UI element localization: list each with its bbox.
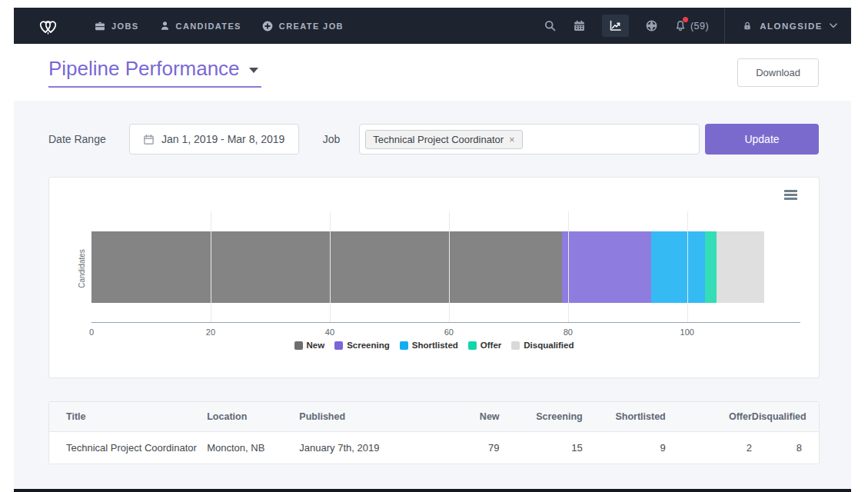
legend-label: Shortlisted (412, 341, 458, 350)
legend-item-new[interactable]: New (294, 341, 325, 350)
cell-disqualified: 8 (752, 432, 819, 464)
chart-menu-icon[interactable] (784, 190, 797, 201)
nav-item-create-job[interactable]: CREATE JOB (261, 20, 344, 32)
column-header-title: Title (49, 402, 207, 432)
notification-dot (683, 17, 688, 22)
legend-item-disqualified[interactable]: Disqualified (511, 341, 574, 350)
bar-segment-disqualified[interactable] (717, 231, 764, 303)
column-header-new: New (430, 402, 499, 432)
legend-label: Screening (347, 341, 390, 350)
analytics-chart-icon[interactable] (602, 15, 629, 37)
notifications[interactable]: (59) (674, 19, 709, 32)
job-tag: Technical Project Coordinator × (365, 130, 522, 149)
legend-item-offer[interactable]: Offer (468, 341, 501, 350)
stacked-bar (91, 231, 800, 303)
update-button[interactable]: Update (705, 124, 819, 155)
column-header-offer: Offer (666, 402, 752, 432)
nav-left: JOBS CANDIDATES CREATE JOB (34, 14, 344, 38)
chart-legend: NewScreeningShortlistedOfferDisqualified (49, 341, 819, 350)
x-tick-label: 0 (89, 327, 94, 337)
bar-segment-new[interactable] (91, 231, 562, 303)
job-tag-label: Technical Project Coordinator (373, 134, 504, 145)
x-tick-label: 100 (680, 327, 694, 337)
x-tick-label: 20 (206, 327, 215, 337)
date-range-input[interactable]: Jan 1, 2019 - Mar 8, 2019 (129, 124, 299, 155)
alongside-logo-icon[interactable] (34, 14, 63, 38)
remove-tag-icon[interactable]: × (509, 135, 515, 145)
cell-location: Moncton, NB (207, 432, 299, 464)
lock-icon (742, 20, 753, 32)
bar-segment-screening[interactable] (562, 231, 651, 303)
job-label: Job (323, 133, 341, 145)
top-navbar: JOBS CANDIDATES CREATE JOB (14, 8, 851, 44)
legend-label: New (307, 341, 325, 350)
nav-item-label: CREATE JOB (279, 22, 344, 31)
gridline-100 (687, 211, 688, 322)
chart-card: Candidates 020406080100 NewScreeningShor… (48, 177, 820, 378)
job-select-input[interactable]: Technical Project Coordinator × (359, 124, 700, 155)
date-range-value: Jan 1, 2019 - Mar 8, 2019 (161, 133, 284, 145)
window-bottom-edge (14, 489, 851, 492)
gridline-60 (449, 211, 450, 322)
gridline-80 (568, 211, 569, 322)
cell-shortlisted: 9 (583, 432, 666, 464)
legend-label: Offer (481, 341, 501, 350)
account-label: ALONGSIDE (760, 22, 823, 31)
x-tick-label: 60 (444, 327, 454, 337)
filters-bar: Date Range Jan 1, 2019 - Mar 8, 2019 Job… (48, 124, 819, 155)
legend-swatch (334, 341, 343, 350)
date-range-label: Date Range (48, 133, 106, 145)
caret-down-icon (249, 68, 258, 73)
column-header-published: Published (299, 402, 430, 432)
chevron-down-icon (830, 23, 837, 28)
results-table: TitleLocationPublishedNewScreeningShortl… (48, 401, 820, 464)
download-button[interactable]: Download (737, 58, 819, 87)
x-tick-label: 80 (564, 327, 573, 337)
calendar-icon[interactable] (573, 19, 586, 32)
nav-right: (59) ALONGSIDE (544, 8, 837, 44)
legend-swatch (511, 341, 520, 350)
globe-icon[interactable] (645, 19, 658, 32)
nav-item-candidates[interactable]: CANDIDATES (159, 20, 241, 32)
column-header-disqualified: Disqualified (752, 402, 819, 432)
legend-swatch (294, 341, 303, 350)
plus-circle-icon (261, 20, 274, 32)
nav-item-jobs[interactable]: JOBS (94, 20, 139, 32)
legend-label: Disqualified (524, 341, 574, 350)
column-header-shortlisted: Shortlisted (583, 402, 666, 432)
calendar-icon (143, 134, 155, 145)
bar-segment-offer[interactable] (705, 231, 717, 303)
legend-swatch (468, 341, 477, 350)
user-icon (159, 20, 171, 32)
legend-swatch (400, 341, 408, 350)
nav-item-label: JOBS (111, 22, 139, 31)
bell-icon (674, 19, 687, 32)
gridline-20 (211, 211, 211, 322)
page-header: Pipeline Performance Download (14, 44, 851, 101)
briefcase-icon (94, 20, 106, 32)
notification-count: (59) (690, 21, 709, 32)
bar-segment-shortlisted[interactable] (651, 231, 705, 303)
page-content: Date Range Jan 1, 2019 - Mar 8, 2019 Job… (14, 101, 851, 489)
nav-item-label: CANDIDATES (176, 22, 241, 31)
x-tick-label: 40 (325, 327, 334, 337)
column-header-location: Location (207, 402, 299, 432)
account-menu[interactable]: ALONGSIDE (724, 8, 837, 44)
cell-title: Technical Project Coordinator (49, 432, 207, 464)
page-title: Pipeline Performance (48, 57, 240, 81)
search-icon[interactable] (544, 19, 557, 32)
cell-new: 79 (430, 432, 499, 464)
table-row[interactable]: Technical Project CoordinatorMoncton, NB… (49, 432, 819, 464)
cell-screening: 15 (500, 432, 583, 464)
report-selector[interactable]: Pipeline Performance (48, 57, 261, 88)
y-axis-label: Candidates (78, 238, 86, 300)
cell-published: January 7th, 2019 (299, 432, 430, 464)
app-window: JOBS CANDIDATES CREATE JOB (14, 8, 851, 492)
column-header-screening: Screening (500, 402, 583, 432)
legend-item-shortlisted[interactable]: Shortlisted (400, 341, 458, 350)
nav-tools: (59) (544, 15, 709, 37)
cell-offer: 2 (666, 432, 752, 464)
plot-area: 020406080100 (91, 211, 800, 323)
gridline-40 (330, 211, 331, 322)
legend-item-screening[interactable]: Screening (334, 341, 390, 350)
